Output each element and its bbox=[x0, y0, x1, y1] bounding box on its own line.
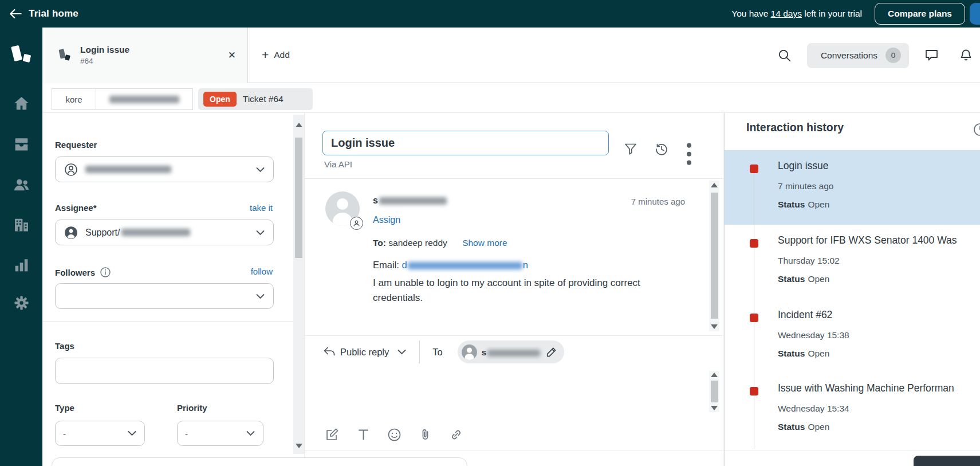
ticket-tab[interactable]: Login issue #64 ✕ bbox=[42, 28, 248, 83]
attachment-icon[interactable] bbox=[418, 427, 433, 442]
message-scrollbar-thumb[interactable] bbox=[711, 193, 718, 319]
show-more-link[interactable]: Show more bbox=[462, 238, 507, 248]
composer-scrollbar-thumb[interactable] bbox=[711, 381, 718, 402]
chevron-down-icon bbox=[127, 430, 137, 437]
history-item-title[interactable]: Support for IFB WXS Senator 1400 Was bbox=[778, 234, 957, 246]
breadcrumb-ticket: Open Ticket #64 bbox=[198, 88, 313, 110]
trial-topbar: Trial home You have 14 days left in your… bbox=[0, 0, 980, 28]
events-history-icon[interactable] bbox=[654, 142, 669, 156]
history-item-time: Wednesday 15:38 bbox=[778, 330, 849, 340]
notifications-bell-icon[interactable] bbox=[959, 48, 973, 62]
divider bbox=[305, 451, 724, 451]
customers-icon[interactable] bbox=[13, 177, 30, 193]
take-it-link[interactable]: take it bbox=[250, 203, 273, 213]
info-icon[interactable] bbox=[100, 267, 111, 278]
breadcrumb-org[interactable]: kore bbox=[52, 88, 96, 110]
conversations-button[interactable]: Conversations 0 bbox=[807, 43, 909, 68]
edit-pencil-icon[interactable] bbox=[546, 346, 557, 358]
filter-icon[interactable] bbox=[623, 142, 638, 156]
email-link-redacted[interactable]: dn bbox=[402, 260, 528, 270]
composer-toolbar bbox=[305, 418, 724, 451]
back-arrow-icon[interactable] bbox=[8, 6, 23, 21]
ticket-breadcrumb-row: kore Open Ticket #64 bbox=[42, 83, 980, 113]
type-select[interactable]: - bbox=[55, 421, 145, 446]
divider bbox=[305, 335, 724, 336]
history-item-title[interactable]: Incident #62 bbox=[778, 309, 832, 321]
compose-icon[interactable] bbox=[325, 427, 340, 442]
zendesk-logo[interactable] bbox=[10, 44, 33, 69]
history-item-time: Wednesday 15:34 bbox=[778, 404, 849, 414]
kebab-menu-icon[interactable] bbox=[686, 142, 692, 156]
assignee-label: Assignee* bbox=[55, 203, 97, 213]
tab-ticket-number: #64 bbox=[80, 57, 129, 66]
message-to-line: To: sandeep reddy Show more bbox=[373, 238, 507, 248]
conversation-panel: Via API s 7 minutes ago Assign To: sande… bbox=[304, 113, 723, 466]
breadcrumb-requester-redacted[interactable] bbox=[96, 88, 193, 110]
admin-gear-icon[interactable] bbox=[13, 295, 30, 311]
composer-scrollbar[interactable] bbox=[709, 371, 719, 412]
history-bullet bbox=[750, 239, 758, 248]
interaction-history-panel: Interaction history Login issue 7 minute… bbox=[724, 113, 980, 466]
follow-link[interactable]: follow bbox=[251, 267, 273, 276]
reply-header-row: Public reply To s CC bbox=[305, 339, 724, 365]
chevron-down-icon bbox=[246, 430, 255, 437]
trial-home-label[interactable]: Trial home bbox=[29, 8, 78, 19]
divider bbox=[305, 178, 724, 179]
emoji-icon[interactable] bbox=[387, 427, 402, 442]
ticket-subject-input[interactable] bbox=[322, 131, 609, 155]
home-icon[interactable] bbox=[13, 95, 30, 112]
sender-name-redacted[interactable]: s bbox=[373, 195, 447, 206]
tags-input[interactable] bbox=[55, 358, 274, 384]
link-icon[interactable] bbox=[448, 427, 464, 442]
followers-select[interactable] bbox=[55, 283, 274, 309]
compare-plans-button[interactable]: Compare plans bbox=[875, 3, 965, 25]
history-item-status: StatusOpen bbox=[778, 348, 829, 359]
reply-to-label: To bbox=[432, 347, 442, 358]
organizations-icon[interactable] bbox=[13, 217, 30, 233]
messaging-icon[interactable] bbox=[924, 48, 939, 62]
message-scrollbar[interactable] bbox=[709, 181, 719, 331]
assignee-select[interactable]: Support/ bbox=[55, 220, 274, 245]
properties-scrollbar-thumb[interactable] bbox=[295, 138, 302, 258]
priority-select[interactable]: - bbox=[177, 421, 263, 446]
submit-button-partial[interactable] bbox=[914, 456, 980, 466]
assign-link[interactable]: Assign bbox=[373, 215, 400, 225]
recipient-name-redacted: s bbox=[482, 347, 540, 357]
trial-days-link[interactable]: 14 days bbox=[771, 9, 802, 18]
requester-label: Requester bbox=[55, 140, 97, 150]
to-recipient: sandeep reddy bbox=[388, 238, 447, 248]
search-icon[interactable] bbox=[777, 48, 792, 63]
close-tab-icon[interactable]: ✕ bbox=[228, 49, 236, 61]
channel-via-label: Via API bbox=[324, 159, 352, 169]
followers-label: Followers bbox=[55, 267, 111, 278]
tags-label: Tags bbox=[55, 341, 74, 351]
history-item-status: StatusOpen bbox=[778, 274, 829, 284]
views-icon[interactable] bbox=[13, 136, 30, 152]
conversations-count-badge: 0 bbox=[885, 48, 901, 63]
ticket-properties-panel: Requester Assignee* take it Support/ Fol… bbox=[42, 113, 293, 466]
text-format-icon[interactable] bbox=[356, 427, 371, 442]
history-item-status: StatusOpen bbox=[778, 422, 829, 432]
chevron-down-icon bbox=[255, 293, 265, 300]
message-body: I am unable to login to my account in sp… bbox=[373, 276, 642, 306]
reporting-icon[interactable] bbox=[13, 257, 30, 273]
divider bbox=[725, 451, 980, 451]
requester-select[interactable] bbox=[55, 156, 274, 182]
history-clock-icon[interactable] bbox=[973, 122, 980, 137]
ticket-tab-icon bbox=[58, 48, 72, 63]
history-item-title[interactable]: Issue with Washing Machine Performan bbox=[778, 382, 954, 394]
buy-button-partial[interactable] bbox=[970, 3, 980, 25]
history-item-time: 7 minutes ago bbox=[778, 181, 833, 191]
properties-scrollbar[interactable] bbox=[293, 115, 304, 454]
history-item-title[interactable]: Login issue bbox=[778, 160, 829, 172]
add-tab-button[interactable]: + Add bbox=[262, 45, 290, 65]
reply-type-selector[interactable]: Public reply bbox=[340, 347, 389, 358]
requester-value-redacted bbox=[85, 166, 171, 173]
status-badge: Open bbox=[203, 92, 237, 107]
trial-countdown: You have 14 days left in your trial bbox=[731, 9, 862, 19]
recipient-pill[interactable]: s bbox=[458, 340, 564, 363]
chevron-down-icon[interactable] bbox=[397, 348, 407, 355]
history-item-time: Thursday 15:02 bbox=[778, 256, 840, 266]
properties-divider bbox=[42, 321, 293, 322]
person-outline-icon bbox=[64, 162, 78, 177]
